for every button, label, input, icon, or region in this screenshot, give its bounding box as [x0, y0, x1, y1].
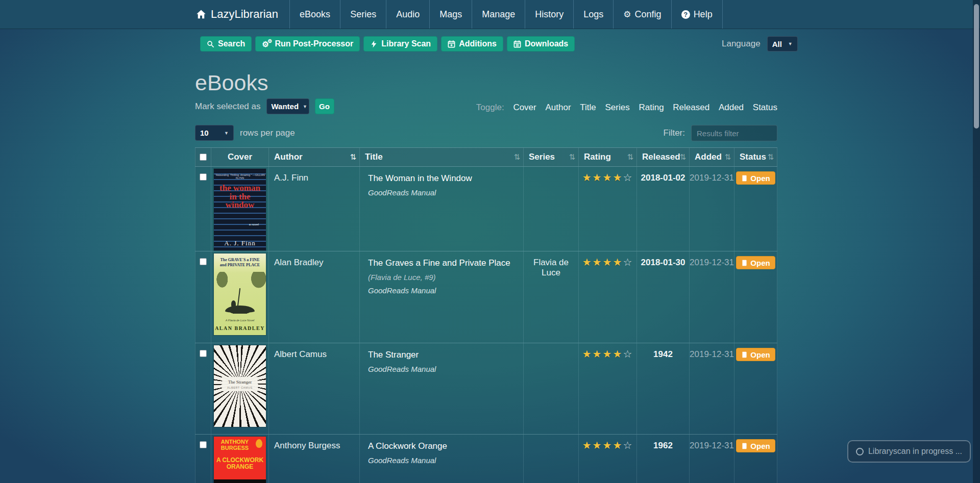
sort-icon: ⇅ [679, 152, 686, 162]
filter-label: Filter: [664, 128, 685, 138]
column-header-released[interactable]: Released⇅ [637, 148, 690, 166]
row-checkbox[interactable] [200, 258, 207, 265]
cover-tagline: A Flavia de Luce Novel [214, 319, 266, 322]
toggle-status[interactable]: Status [753, 103, 777, 112]
page-title: eBooks [195, 70, 268, 95]
author-cell: A.J. Finn [269, 167, 360, 251]
cover-quote: "Astounding. Thrilling. Amazing." —GILLI… [214, 173, 266, 180]
cover-author: A. J. Finn [214, 239, 266, 247]
brand-link[interactable]: LazyLibrarian [196, 0, 289, 29]
nav-tab-config[interactable]: ⚙ Config [613, 0, 671, 29]
toggle-cover[interactable]: Cover [513, 103, 536, 112]
book-cover[interactable]: "Astounding. Thrilling. Amazing." —GILLI… [214, 169, 266, 250]
open-book-button[interactable]: Open [736, 348, 775, 361]
open-book-button[interactable]: Open [736, 171, 775, 185]
nav-tab-manage[interactable]: Manage [472, 0, 525, 29]
toggle-author[interactable]: Author [545, 103, 571, 112]
star-rating: ★★★★☆ [582, 348, 633, 360]
row-checkbox[interactable] [200, 173, 207, 181]
toggle-series[interactable]: Series [605, 103, 630, 112]
star-rating: ★★★★☆ [582, 440, 633, 451]
sort-icon: ⇅ [767, 152, 774, 162]
book-source: GoodReads Manual [368, 456, 519, 465]
added-cell: 2019-12-31 [690, 167, 734, 251]
column-header-title[interactable]: Title⇅ [360, 148, 524, 166]
run-post-processor-button[interactable]: ⚙⚙ Run Post-Processor [255, 36, 360, 52]
penguin-logo [256, 439, 262, 448]
column-header-rating[interactable]: Rating⇅ [579, 148, 637, 166]
row-checkbox[interactable] [200, 441, 207, 448]
column-header-series[interactable]: Series⇅ [524, 148, 579, 166]
table-row: The Stranger ALBERT CAMUS Albert Camus T… [195, 343, 777, 435]
rows-per-page-select[interactable]: 10 ▼ [195, 125, 234, 141]
sort-icon: ⇅ [513, 152, 520, 162]
star-rating: ★★★★☆ [582, 172, 633, 183]
cover-title: the woman in the window [219, 184, 260, 210]
downloads-button[interactable]: Downloads [507, 36, 575, 52]
column-header-author[interactable]: Author⇅ [269, 148, 360, 166]
toggle-rating[interactable]: Rating [639, 103, 664, 112]
nav-tab-logs[interactable]: Logs [573, 0, 613, 29]
scrollbar-track[interactable] [973, 0, 980, 483]
book-cover[interactable]: The Stranger ALBERT CAMUS [214, 345, 266, 427]
cover-art [214, 272, 266, 314]
table-row: The GRAVE'S a FINE and PRIVATE PLACE A F… [195, 251, 777, 343]
additions-button[interactable]: Additions [441, 36, 503, 52]
released-cell: 2018-01-30 [637, 251, 690, 343]
help-icon: ? [681, 10, 690, 19]
book-icon [741, 175, 748, 182]
book-cover[interactable]: ANTHONY BURGESS A CLOCKWORK ORANGE [214, 437, 266, 483]
row-checkbox[interactable] [200, 350, 207, 357]
book-title-link[interactable]: The Stranger [368, 350, 519, 360]
search-button[interactable]: Search [200, 36, 252, 52]
select-all-checkbox[interactable] [200, 154, 207, 161]
open-book-button[interactable]: Open [736, 439, 775, 452]
bolt-icon [370, 40, 378, 48]
book-cover[interactable]: The GRAVE'S a FINE and PRIVATE PLACE A F… [214, 253, 266, 335]
gear-icon: ⚙ [623, 10, 631, 19]
nav-tab-audio[interactable]: Audio [386, 0, 429, 29]
cover-author: ALAN BRADLEY [214, 325, 266, 331]
column-header-added[interactable]: Added⇅ [690, 148, 734, 166]
language-label: Language [722, 39, 761, 49]
cover-label: The Stranger ALBERT CAMUS [222, 377, 258, 391]
star-rating: ★★★★☆ [582, 257, 633, 268]
released-cell: 2018-01-02 [637, 167, 690, 251]
toggle-added[interactable]: Added [719, 103, 744, 112]
spinner-icon [856, 448, 864, 455]
open-book-button[interactable]: Open [736, 256, 775, 269]
sort-icon: ⇅ [724, 152, 731, 162]
nav-tab-series[interactable]: Series [340, 0, 386, 29]
table-row: ANTHONY BURGESS A CLOCKWORK ORANGE Antho… [195, 435, 777, 483]
book-icon [741, 260, 748, 266]
book-source: GoodReads Manual [368, 188, 519, 197]
toggle-released[interactable]: Released [673, 103, 709, 112]
language-select[interactable]: All ▼ [767, 36, 798, 52]
caret-down-icon: ▼ [224, 131, 229, 136]
series-cell [524, 435, 579, 483]
nav-tab-help[interactable]: ? Help [671, 0, 723, 29]
added-cell: 2019-12-31 [690, 435, 734, 483]
author-cell: Alan Bradley [269, 251, 360, 343]
series-cell [524, 343, 579, 434]
library-scan-button[interactable]: Library Scan [363, 36, 437, 52]
cover-art [214, 479, 266, 483]
released-cell: 1962 [637, 435, 690, 483]
column-header-cover[interactable]: Cover [211, 148, 269, 166]
scrollbar-thumb[interactable] [974, 4, 979, 129]
nav-tab-history[interactable]: History [525, 0, 573, 29]
nav-tab-mags[interactable]: Mags [429, 0, 472, 29]
action-toolbar: Search ⚙⚙ Run Post-Processor Library Sca… [200, 36, 575, 52]
nav-tab-ebooks[interactable]: eBooks [289, 0, 340, 29]
author-cell: Anthony Burgess [269, 435, 360, 483]
book-title-link[interactable]: A Clockwork Orange [368, 441, 519, 451]
column-header-status[interactable]: Status⇅ [734, 148, 777, 166]
results-filter-input[interactable] [691, 125, 777, 141]
table-row: "Astounding. Thrilling. Amazing." —GILLI… [195, 167, 777, 251]
top-navbar: LazyLibrarian eBooks Series Audio Mags M… [0, 0, 980, 29]
toggle-label: Toggle: [476, 103, 504, 112]
book-title-link[interactable]: The Graves a Fine and Private Place [368, 258, 519, 268]
toggle-title[interactable]: Title [580, 103, 596, 112]
book-title-link[interactable]: The Woman in the Window [368, 173, 519, 184]
toast-message: Libraryscan in progress ... [868, 447, 962, 456]
